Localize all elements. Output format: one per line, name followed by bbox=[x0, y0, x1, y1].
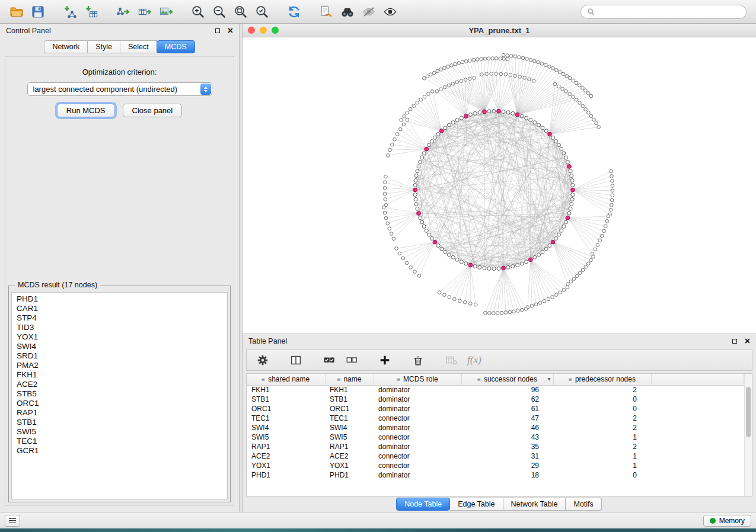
select-all-button[interactable] bbox=[320, 352, 338, 368]
column-header-predecessor-nodes[interactable]: ≡predecessor nodes bbox=[553, 374, 651, 385]
network-from-document-button[interactable] bbox=[315, 2, 337, 21]
minimize-window-icon[interactable] bbox=[260, 27, 267, 34]
mcds-result-item[interactable]: RAP1 bbox=[17, 408, 227, 418]
tab-style[interactable]: Style bbox=[88, 40, 120, 53]
mcds-result-item[interactable]: PHD1 bbox=[17, 294, 227, 304]
mcds-result-item[interactable]: GCR1 bbox=[17, 446, 227, 456]
mcds-result-item[interactable]: ORC1 bbox=[17, 399, 227, 408]
run-mcds-button[interactable]: Run MCDS bbox=[57, 104, 115, 117]
close-panel-button[interactable]: Close panel bbox=[123, 104, 183, 117]
refresh-button[interactable] bbox=[283, 2, 305, 21]
mcds-result-item[interactable]: STP4 bbox=[17, 313, 227, 323]
table-settings-button[interactable] bbox=[254, 352, 272, 368]
mcds-result-item[interactable]: SWI4 bbox=[17, 342, 227, 351]
trash-icon bbox=[412, 354, 425, 367]
gear-icon bbox=[256, 354, 269, 367]
float-panel-icon[interactable] bbox=[215, 28, 220, 33]
export-table-button[interactable] bbox=[134, 2, 155, 21]
criterion-value: largest connected component (undirected) bbox=[33, 85, 178, 94]
float-table-panel-icon[interactable] bbox=[732, 339, 737, 344]
show-details-button[interactable] bbox=[379, 2, 401, 21]
table-row[interactable]: SWI5SWI5connector431 bbox=[247, 432, 744, 442]
open-file-button[interactable] bbox=[6, 2, 27, 21]
export-network-icon bbox=[116, 4, 131, 20]
mcds-result-item[interactable]: SRD1 bbox=[17, 351, 227, 361]
mcds-result-item[interactable]: TID3 bbox=[17, 323, 227, 332]
mcds-result-box: MCDS result (17 nodes) PHD1CAR1STP4TID3Y… bbox=[8, 286, 231, 502]
table-row[interactable]: RAP1RAP1dominator352 bbox=[247, 442, 744, 451]
close-window-icon[interactable] bbox=[248, 27, 255, 34]
zoom-out-button[interactable] bbox=[209, 2, 230, 21]
import-table-button[interactable] bbox=[81, 2, 102, 21]
mcds-result-item[interactable]: PMA2 bbox=[17, 361, 227, 370]
control-panel-title: Control Panel bbox=[6, 27, 51, 35]
save-session-button[interactable] bbox=[27, 2, 49, 21]
zoom-fit-button[interactable] bbox=[230, 2, 251, 21]
table-row[interactable]: ORC1ORC1dominator610 bbox=[247, 404, 744, 414]
mcds-result-item[interactable]: STB1 bbox=[17, 418, 227, 427]
table-row[interactable]: STB1STB1dominator620 bbox=[247, 395, 744, 404]
mcds-result-item[interactable]: FKH1 bbox=[17, 370, 227, 380]
tab-select[interactable]: Select bbox=[120, 40, 157, 53]
zoom-selected-button[interactable] bbox=[251, 2, 273, 21]
select-all-icon bbox=[323, 354, 336, 367]
hide-table-button bbox=[442, 352, 460, 368]
table-scrollbar[interactable] bbox=[744, 374, 752, 496]
column-header-shared-name[interactable]: ≡shared name bbox=[247, 374, 325, 385]
criterion-select[interactable]: largest connected component (undirected) bbox=[27, 82, 212, 96]
first-neighbors-button[interactable] bbox=[337, 2, 358, 21]
table-row[interactable]: SWI4SWI4dominator462 bbox=[247, 423, 744, 432]
tab-node-table[interactable]: Node Table bbox=[396, 498, 450, 511]
node-table: ≡shared name≡name≡MCDS role≡successor no… bbox=[247, 374, 744, 480]
network-window: YPA_prune.txt_1 bbox=[243, 24, 756, 334]
export-image-icon bbox=[158, 4, 174, 20]
tab-mcds[interactable]: MCDS bbox=[157, 40, 195, 53]
export-network-button[interactable] bbox=[113, 2, 134, 21]
control-panel: Control Panel × NetworkStyleSelectMCDS O… bbox=[0, 24, 239, 512]
tab-network[interactable]: Network bbox=[44, 40, 88, 53]
column-header-name[interactable]: ≡name bbox=[325, 374, 374, 385]
hide-details-button[interactable] bbox=[358, 2, 379, 21]
import-network-button[interactable] bbox=[59, 2, 81, 21]
mcds-result-item[interactable]: TEC1 bbox=[17, 437, 227, 446]
columns-icon bbox=[289, 354, 302, 367]
table-row[interactable]: PHD1PHD1dominator180 bbox=[247, 470, 744, 480]
table-hide-icon bbox=[445, 354, 458, 367]
mcds-result-item[interactable]: CAR1 bbox=[17, 304, 227, 313]
table-row[interactable]: ACE2ACE2connector311 bbox=[247, 451, 744, 461]
mcds-result-item[interactable]: STB5 bbox=[17, 389, 227, 399]
main-toolbar bbox=[0, 0, 756, 24]
table-row[interactable]: TEC1TEC1connector472 bbox=[247, 414, 744, 423]
table-row[interactable]: YOX1YOX1connector291 bbox=[247, 461, 744, 470]
export-image-button[interactable] bbox=[155, 2, 177, 21]
save-icon bbox=[30, 4, 46, 20]
network-canvas[interactable] bbox=[243, 37, 756, 334]
column-header-MCDS-role[interactable]: ≡MCDS role bbox=[374, 374, 461, 385]
mcds-result-item[interactable]: ACE2 bbox=[17, 380, 227, 389]
open-folder-icon bbox=[9, 4, 24, 20]
search-input[interactable] bbox=[599, 7, 740, 17]
tab-edge-table[interactable]: Edge Table bbox=[450, 498, 503, 511]
maximize-window-icon[interactable] bbox=[272, 27, 279, 34]
node-table-area: ≡shared name≡name≡MCDS role≡successor no… bbox=[246, 373, 752, 496]
tab-motifs[interactable]: Motifs bbox=[566, 498, 601, 511]
mcds-result-item[interactable]: SWI5 bbox=[17, 427, 227, 437]
table-row[interactable]: FKH1FKH1dominator962 bbox=[247, 385, 744, 395]
delete-column-button[interactable] bbox=[409, 352, 427, 368]
table-scrollbar-thumb[interactable] bbox=[746, 387, 751, 437]
zoom-in-button[interactable] bbox=[187, 2, 209, 21]
task-history-button[interactable] bbox=[5, 515, 20, 527]
close-table-panel-icon[interactable]: × bbox=[745, 336, 750, 346]
add-column-button[interactable] bbox=[376, 352, 394, 368]
zoom-fit-icon bbox=[233, 4, 248, 20]
memory-button[interactable]: Memory bbox=[703, 515, 751, 527]
mcds-tab-content: Optimization criterion: largest connecte… bbox=[5, 56, 234, 506]
show-columns-button[interactable] bbox=[287, 352, 305, 368]
column-header-successor-nodes[interactable]: ≡successor nodes▾ bbox=[461, 374, 553, 385]
search-box bbox=[580, 5, 747, 19]
tab-network-table[interactable]: Network Table bbox=[503, 498, 566, 511]
deselect-all-button[interactable] bbox=[343, 352, 361, 368]
memory-status-icon bbox=[710, 518, 716, 524]
mcds-result-item[interactable]: YOX1 bbox=[17, 332, 227, 342]
close-panel-icon[interactable]: × bbox=[228, 26, 233, 36]
